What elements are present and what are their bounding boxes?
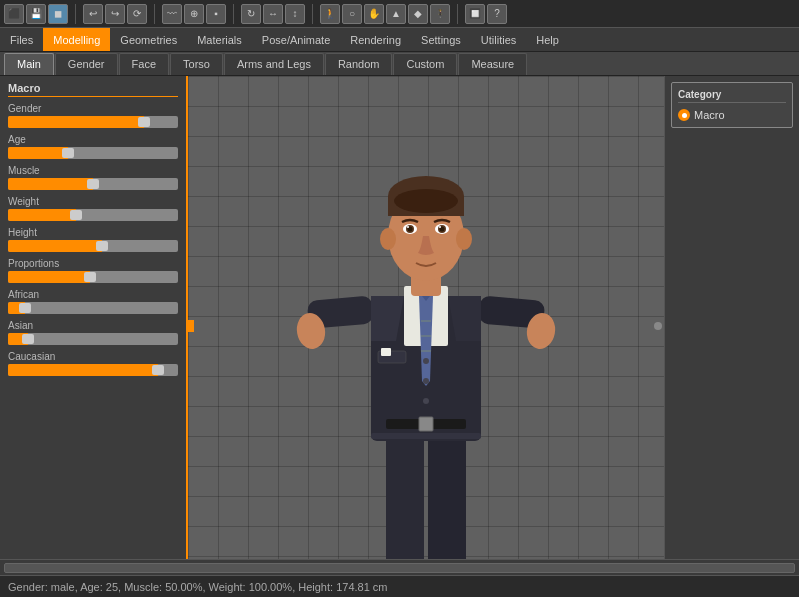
slider-age[interactable]: Age — [8, 134, 178, 159]
slider-height-thumb[interactable] — [96, 241, 108, 251]
slider-muscle-thumb[interactable] — [87, 179, 99, 189]
svg-point-18 — [423, 358, 429, 364]
menu-settings[interactable]: Settings — [411, 28, 471, 51]
shape-btn[interactable]: ◆ — [408, 4, 428, 24]
slider-gender-label: Gender — [8, 103, 178, 114]
slider-weight-thumb[interactable] — [70, 210, 82, 220]
svg-rect-22 — [381, 348, 391, 356]
slider-african-track[interactable] — [8, 302, 178, 314]
panel-title: Macro — [8, 82, 178, 97]
slider-proportions-track[interactable] — [8, 271, 178, 283]
tab-arms-legs[interactable]: Arms and Legs — [224, 53, 324, 75]
slider-muscle-track[interactable] — [8, 178, 178, 190]
figure-btn[interactable]: 🚶 — [320, 4, 340, 24]
slider-age-thumb[interactable] — [62, 148, 74, 158]
window-controls[interactable]: ⬛ 💾 ◼ — [4, 4, 68, 24]
slider-proportions-thumb[interactable] — [84, 272, 96, 282]
save-btn[interactable]: 💾 — [26, 4, 46, 24]
slider-weight[interactable]: Weight — [8, 196, 178, 221]
viewport[interactable] — [188, 76, 664, 575]
body-btn[interactable]: ▲ — [386, 4, 406, 24]
menu-files[interactable]: Files — [0, 28, 43, 51]
slider-caucasian-thumb[interactable] — [152, 365, 164, 375]
slider-height-label: Height — [8, 227, 178, 238]
tab-main[interactable]: Main — [4, 53, 54, 75]
svg-point-19 — [423, 378, 429, 384]
menu-geometries[interactable]: Geometries — [110, 28, 187, 51]
svg-rect-40 — [419, 417, 433, 431]
menu-modelling[interactable]: Modelling — [43, 28, 110, 51]
tab-bar: Main Gender Face Torso Arms and Legs Ran… — [0, 52, 799, 76]
tab-face[interactable]: Face — [119, 53, 169, 75]
tab-torso[interactable]: Torso — [170, 53, 223, 75]
slider-caucasian-label: Caucasian — [8, 351, 178, 362]
view-controls[interactable]: 〰 ⊕ ▪ — [162, 4, 226, 24]
content-area: Macro Gender Age Muscle — [0, 76, 799, 575]
tab-custom[interactable]: Custom — [393, 53, 457, 75]
wave-btn[interactable]: 〰 — [162, 4, 182, 24]
separator-4 — [312, 4, 313, 24]
slider-asian[interactable]: Asian — [8, 320, 178, 345]
slider-caucasian[interactable]: Caucasian — [8, 351, 178, 376]
progress-bar — [4, 563, 795, 573]
head-btn[interactable]: ○ — [342, 4, 362, 24]
icon-btn[interactable]: ◼ — [48, 4, 68, 24]
slider-weight-track[interactable] — [8, 209, 178, 221]
slider-height-track[interactable] — [8, 240, 178, 252]
title-bar: ⬛ 💾 ◼ ↩ ↪ ⟳ 〰 ⊕ ▪ ↻ ↔ ↕ 🚶 ○ ✋ ▲ ◆ 🕴 — [0, 0, 799, 28]
slider-gender-track[interactable] — [8, 116, 178, 128]
edit-controls[interactable]: ↩ ↪ ⟳ — [83, 4, 147, 24]
tab-random[interactable]: Random — [325, 53, 393, 75]
menu-materials[interactable]: Materials — [187, 28, 252, 51]
slider-african[interactable]: African — [8, 289, 178, 314]
tab-gender[interactable]: Gender — [55, 53, 118, 75]
help-btn[interactable]: ? — [487, 4, 507, 24]
slider-height-fill — [8, 240, 102, 252]
slider-age-track[interactable] — [8, 147, 178, 159]
radio-macro[interactable] — [678, 109, 690, 121]
slider-muscle[interactable]: Muscle — [8, 165, 178, 190]
slider-height[interactable]: Height — [8, 227, 178, 252]
svg-point-20 — [423, 398, 429, 404]
flip-v-btn[interactable]: ↕ — [285, 4, 305, 24]
slider-weight-fill — [8, 209, 76, 221]
refresh-btn[interactable]: ⟳ — [127, 4, 147, 24]
slider-caucasian-track[interactable] — [8, 364, 178, 376]
slider-asian-label: Asian — [8, 320, 178, 331]
slider-asian-thumb[interactable] — [22, 334, 34, 344]
redo-btn[interactable]: ↪ — [105, 4, 125, 24]
grid-btn[interactable]: ▪ — [206, 4, 226, 24]
slider-proportions[interactable]: Proportions — [8, 258, 178, 283]
slider-weight-label: Weight — [8, 196, 178, 207]
status-bar: Gender: male, Age: 25, Muscle: 50.00%, W… — [0, 575, 799, 597]
misc-controls[interactable]: 🔲 ? — [465, 4, 507, 24]
undo-btn[interactable]: ↩ — [83, 4, 103, 24]
slider-caucasian-fill — [8, 364, 158, 376]
slider-gender-thumb[interactable] — [138, 117, 150, 127]
rotate-btn[interactable]: ↻ — [241, 4, 261, 24]
camera-btn[interactable]: 🔲 — [465, 4, 485, 24]
menu-rendering[interactable]: Rendering — [340, 28, 411, 51]
progress-area — [0, 559, 799, 575]
menu-help[interactable]: Help — [526, 28, 569, 51]
svg-point-37 — [456, 228, 472, 250]
figure-controls[interactable]: 🚶 ○ ✋ ▲ ◆ 🕴 — [320, 4, 450, 24]
slider-muscle-label: Muscle — [8, 165, 178, 176]
transform-controls[interactable]: ↻ ↔ ↕ — [241, 4, 305, 24]
flip-h-btn[interactable]: ↔ — [263, 4, 283, 24]
window-icon[interactable]: ⬛ — [4, 4, 24, 24]
slider-gender[interactable]: Gender — [8, 103, 178, 128]
slider-muscle-fill — [8, 178, 93, 190]
pose-btn[interactable]: 🕴 — [430, 4, 450, 24]
menu-utilities[interactable]: Utilities — [471, 28, 526, 51]
slider-gender-fill — [8, 116, 144, 128]
globe-btn[interactable]: ⊕ — [184, 4, 204, 24]
menu-pose-animate[interactable]: Pose/Animate — [252, 28, 340, 51]
slider-african-thumb[interactable] — [19, 303, 31, 313]
category-macro-option[interactable]: Macro — [678, 109, 786, 121]
tab-measure[interactable]: Measure — [458, 53, 527, 75]
slider-asian-track[interactable] — [8, 333, 178, 345]
left-panel: Macro Gender Age Muscle — [0, 76, 188, 575]
separator-2 — [154, 4, 155, 24]
hand-btn[interactable]: ✋ — [364, 4, 384, 24]
